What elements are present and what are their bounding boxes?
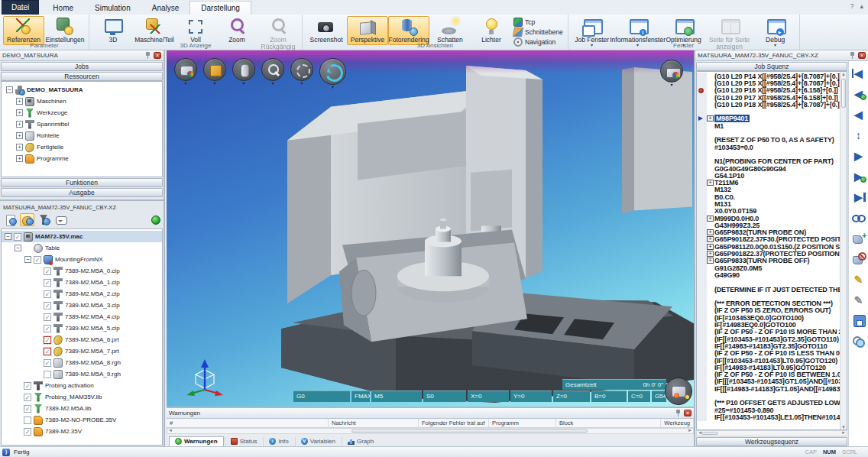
viewport-toolbar-button[interactable]: [232, 58, 255, 81]
tree-item[interactable]: Programme: [3, 153, 160, 164]
code-line[interactable]: (G10 L20 P16 X[[#958/25.4]+[6.158]+[0.]]…: [697, 87, 847, 94]
ribbon-button[interactable]: Lichter ▾: [471, 16, 512, 45]
code-gutter[interactable]: [697, 73, 707, 79]
tree-item[interactable]: 7389-M2.M5A_6.prt: [2, 334, 162, 345]
code-line[interactable]: G49G90: [697, 271, 847, 278]
camera-views-button[interactable]: [660, 60, 683, 83]
code-gutter[interactable]: [697, 413, 707, 420]
chevron-down-icon[interactable]: ▾: [271, 82, 274, 86]
ribbon-tab[interactable]: Datei: [2, 0, 39, 15]
code-gutter[interactable]: [697, 229, 707, 236]
item-checkbox[interactable]: [24, 416, 31, 424]
item-checkbox[interactable]: [24, 382, 31, 390]
viewport-toolbar-button[interactable]: [261, 58, 284, 81]
viewport-toolbar-button[interactable]: [174, 58, 197, 81]
code-line[interactable]: (IF Z OF P50 - Z OF P10 IS LESS THAN 0.9…: [697, 350, 847, 357]
code-line[interactable]: G65P9833(TURN PROBE OFF): [697, 258, 847, 264]
expand-toggle-icon[interactable]: [16, 121, 23, 128]
item-checkbox[interactable]: [44, 336, 51, 344]
code-line[interactable]: (IF Z OF P50 IS ZERO, ERRORS OUT): [697, 307, 847, 314]
item-checkbox[interactable]: [44, 359, 51, 367]
gcode-toolbar-button[interactable]: [851, 86, 866, 102]
code-line[interactable]: IF[[#103453-#101453]LE1.05]THEN#10145:: [697, 413, 847, 420]
breakpoint-icon[interactable]: [698, 88, 704, 93]
code-line[interactable]: T211M6: [697, 179, 847, 186]
code-line[interactable]: (IF[[#103453-#101453]LT0.95]GOTO120): [697, 357, 847, 364]
tree-item[interactable]: MountingFromNX: [2, 254, 162, 265]
code-gutter[interactable]: [697, 364, 707, 371]
code-expand-icon[interactable]: [707, 236, 714, 242]
code-gutter[interactable]: [697, 392, 707, 399]
code-gutter[interactable]: [697, 122, 707, 129]
warnings-column-header[interactable]: Folgender Fehler trat auf: [419, 419, 489, 427]
item-checkbox[interactable]: [44, 325, 51, 332]
close-icon[interactable]: [858, 52, 866, 59]
ribbon-button[interactable]: Fotorendering ▾: [388, 16, 429, 45]
tree-item[interactable]: Spannmittel: [3, 118, 160, 130]
warnings-hscrollbar[interactable]: [167, 428, 694, 434]
panel-section-bar[interactable]: Ressourcen: [1, 72, 163, 81]
gcode-toolbar-button[interactable]: [851, 148, 866, 164]
pin-icon[interactable]: [850, 52, 855, 59]
item-checkbox[interactable]: [44, 267, 51, 275]
code-line[interactable]: (G10 L20 P18 X[[#958/25.4]+[8.7087]+[0.]…: [697, 101, 847, 108]
gcode-toolbar-button[interactable]: [851, 128, 866, 143]
ribbon-tab[interactable]: Darstellung: [189, 1, 251, 15]
code-line[interactable]: IF[[#14983-#14183]LT0.95]GOTO120: [697, 364, 847, 371]
job-toolbar-button[interactable]: [3, 213, 18, 226]
tree-item[interactable]: 7389-M2.M5A_0.clp: [2, 265, 162, 277]
code-line[interactable]: G43H999Z3.25: [697, 222, 847, 228]
tree-item[interactable]: Probing_MAM35V.lib: [2, 391, 162, 403]
item-checkbox[interactable]: [44, 290, 51, 298]
code-line[interactable]: (G10 L20 P17 X[[#958/25.4]+[6.158]+[0.]]…: [697, 94, 847, 101]
code-line[interactable]: (IF Z OF P50 - Z OF P10 IS BETWEEN 1.05: [697, 371, 847, 378]
warnings-tab[interactable]: Graph: [342, 437, 379, 446]
expand-toggle-icon[interactable]: [5, 233, 11, 240]
job-toolbar-button[interactable]: [37, 213, 51, 226]
code-line[interactable]: M132: [697, 186, 847, 193]
tree-item[interactable]: 7389-M2.M5A_5.clp: [2, 322, 162, 334]
warnings-column-header[interactable]: Werkzeug: [661, 419, 694, 427]
gcode-toolbar-button[interactable]: [851, 272, 866, 287]
gcode-toolbar-button[interactable]: [851, 66, 866, 81]
code-gutter[interactable]: [697, 101, 707, 108]
code-gutter[interactable]: [697, 300, 707, 307]
code-gutter[interactable]: [697, 222, 707, 228]
tree-item[interactable]: 7389-M2.M5A_2.clp: [2, 288, 162, 300]
code-gutter[interactable]: [697, 342, 707, 349]
item-checkbox[interactable]: [44, 302, 51, 310]
gcode-toolbar-button[interactable]: [851, 313, 866, 329]
job-file-tree[interactable]: MAM72-35V.mac Table MountingFromNX: [1, 228, 163, 446]
gcode-toolbar-button[interactable]: [851, 293, 866, 308]
ribbon-button[interactable]: Einstellungen ▾: [44, 16, 86, 45]
gcode-toolbar-button[interactable]: [851, 210, 866, 225]
code-gutter[interactable]: [697, 279, 707, 286]
code-gutter[interactable]: [697, 158, 707, 165]
code-gutter[interactable]: [697, 179, 707, 186]
code-line[interactable]: G65P9832(TURN PROBE ON): [697, 229, 847, 236]
item-checkbox[interactable]: [24, 405, 31, 413]
code-gutter[interactable]: [697, 371, 707, 378]
expand-toggle-icon[interactable]: [16, 144, 23, 151]
code-line[interactable]: G65P9018Z2.37F30.(PROTECTED POSITION: [697, 236, 847, 243]
code-line[interactable]: (*** P10 OFFSET GETS ADJUSTED LOWER: [697, 400, 847, 407]
code-gutter[interactable]: [697, 144, 707, 151]
expand-toggle-icon[interactable]: [16, 98, 23, 105]
code-gutter[interactable]: [697, 79, 707, 86]
viewport-toolbar-button[interactable]: [319, 58, 346, 85]
tree-item[interactable]: 7389-M2.M5A_1.clp: [2, 277, 162, 288]
viewport-toolbar-button[interactable]: [203, 58, 226, 81]
code-gutter[interactable]: [697, 151, 707, 157]
code-gutter[interactable]: [697, 385, 707, 392]
scrollbar-thumb[interactable]: [351, 429, 588, 433]
code-line[interactable]: [697, 392, 847, 399]
code-line[interactable]: [697, 108, 847, 115]
code-gutter[interactable]: [697, 200, 707, 207]
ribbon-button[interactable]: Schatten ▾: [429, 16, 471, 45]
code-gutter[interactable]: [697, 258, 707, 264]
gcode-toolbar-button[interactable]: [851, 251, 866, 267]
gcode-toolbar-button[interactable]: [851, 231, 866, 246]
ribbon-button[interactable]: Referenzen ▾: [3, 16, 44, 45]
code-gutter[interactable]: [697, 129, 707, 136]
code-gutter[interactable]: [697, 215, 707, 222]
